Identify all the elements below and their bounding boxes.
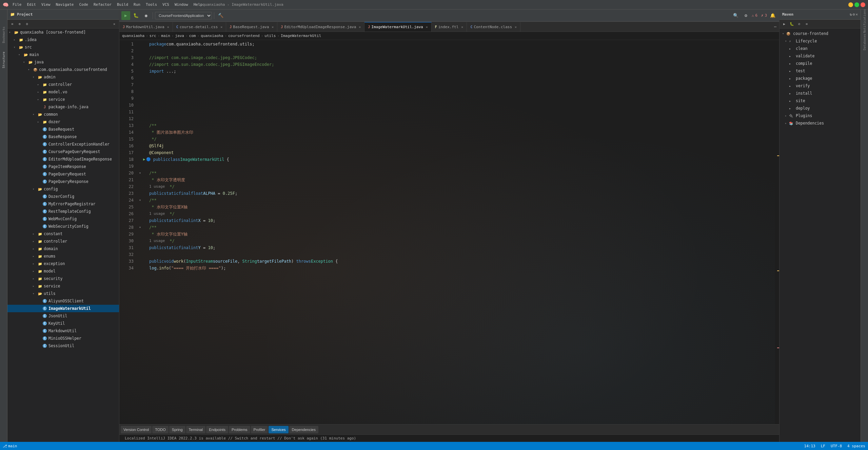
maven-lifecycle-test[interactable]: ▸test	[780, 67, 861, 75]
encoding-indicator[interactable]: UTF-8	[831, 444, 842, 448]
maven-run-btn[interactable]: ▶	[781, 21, 788, 27]
editor-tab-BaseRequest-java[interactable]: JBaseRequest.java✕	[226, 22, 277, 32]
tree-item-service[interactable]: ▸📁service	[7, 96, 119, 103]
breadcrumb-part-0[interactable]: quanxiaoha	[122, 34, 144, 38]
breadcrumb-part-3[interactable]: java	[175, 34, 184, 38]
tree-item-exception[interactable]: ▸📁exception	[7, 260, 119, 267]
tree-item-com-quanxiaoha-coursefrontend[interactable]: ▾📦com.quanxiaoha.coursefrontend	[7, 66, 119, 73]
tree-item-security[interactable]: ▸📁security	[7, 275, 119, 282]
bottom-btn-problems[interactable]: Problems	[229, 426, 250, 433]
maximize-btn[interactable]	[854, 2, 859, 7]
bottom-btn-terminal[interactable]: Terminal	[186, 426, 206, 433]
debug-gutter-icon[interactable]: 🔵	[146, 156, 151, 163]
tree-close-btn[interactable]: ✕	[111, 21, 118, 27]
menu-help[interactable]: Help	[194, 2, 203, 7]
build-btn[interactable]: 🔨	[216, 11, 225, 20]
tree-item--idea[interactable]: ▸📁.idea	[7, 36, 119, 43]
settings-btn[interactable]: ⚙	[742, 11, 750, 20]
breadcrumb-part-1[interactable]: src	[150, 34, 156, 38]
maven-lifecycle-clean[interactable]: ▸clean	[780, 45, 861, 52]
tree-item-model[interactable]: ▸📁model	[7, 267, 119, 275]
maven-refresh-btn[interactable]: ↻	[850, 12, 852, 17]
maven-settings-btn[interactable]: ⚙	[853, 12, 855, 17]
more-tabs-btn[interactable]: ⋯	[771, 22, 779, 32]
tree-item-config[interactable]: ▾📂config	[7, 185, 119, 193]
run-gutter-icon[interactable]: ▶	[143, 156, 145, 163]
menu-refactor[interactable]: Refactor	[94, 2, 112, 7]
menu-file[interactable]: File	[13, 2, 22, 7]
tree-item-myerrorpageregistrar[interactable]: CMyErrorPageRegistrar	[7, 200, 119, 208]
databases-tab[interactable]: Databases	[862, 32, 868, 52]
menu-run[interactable]: Run	[134, 2, 140, 7]
collapse-all-btn[interactable]: ≡	[9, 21, 16, 27]
tab-close-btn[interactable]: ✕	[426, 25, 428, 29]
breadcrumb-part-6[interactable]: coursefrontend	[228, 34, 260, 38]
tree-item-src[interactable]: ▾📂src	[7, 43, 119, 51]
tree-item-markdownutil[interactable]: CMarkdownUtil	[7, 327, 119, 335]
tab-close-btn[interactable]: ✕	[220, 25, 222, 29]
tree-item-java[interactable]: ▾📂java	[7, 58, 119, 66]
tree-item-dozerconfig[interactable]: CDozerConfig	[7, 193, 119, 200]
tree-item-main[interactable]: ▾📂main	[7, 51, 119, 58]
code-editor[interactable]: package com.quanxiaoha.coursefrontend.ut…	[136, 40, 775, 424]
tree-item-editormduploadimageresponse[interactable]: CEditorMdUploadImageResponse	[7, 155, 119, 163]
error-indicator[interactable]: ⚠ 6 ✗ 3	[752, 13, 767, 18]
indent-indicator[interactable]: 4 spaces	[847, 444, 865, 448]
tree-item-model-vo[interactable]: ▸📁model.vo	[7, 88, 119, 96]
bottom-btn-version-control[interactable]: Version Control	[121, 426, 152, 433]
editor-tab-MarkdownUtil-java[interactable]: JMarkdownUtil.java✕	[119, 22, 173, 32]
tree-item-pagequeryresponse[interactable]: CPageQueryResponse	[7, 178, 119, 185]
menu-view[interactable]: View	[41, 2, 51, 7]
tree-item-resttemplateconfig[interactable]: CRestTemplateConfig	[7, 208, 119, 215]
bottom-btn-services[interactable]: Services	[269, 426, 288, 433]
tree-item-baseresponse[interactable]: CBaseResponse	[7, 133, 119, 140]
menu-vcs[interactable]: VCS	[162, 2, 169, 7]
maven-lifecycle-validate[interactable]: ▸validate	[780, 52, 861, 60]
tree-item-package-info-java[interactable]: Jpackage-info.java	[7, 103, 119, 111]
fold-arrow[interactable]: ▾	[139, 197, 143, 204]
search-everywhere-btn[interactable]: 🔍	[731, 11, 740, 20]
run-btn[interactable]: ▶	[121, 11, 130, 20]
tree-item-constant[interactable]: ▸📁constant	[7, 230, 119, 238]
tree-item-jsonutil[interactable]: CJsonUtil	[7, 312, 119, 320]
tree-item-pageitemresponse[interactable]: CPageItemResponse	[7, 163, 119, 170]
maven-lifecycle-deploy[interactable]: ▸deploy	[780, 105, 861, 112]
maven-lifecycle-install[interactable]: ▸install	[780, 90, 861, 97]
tree-item-controllerexceptionhandler[interactable]: CControllerExceptionHandler	[7, 140, 119, 148]
notifications-btn[interactable]: 🔔	[768, 11, 777, 20]
run-config-select[interactable]: CourseFrontendApplication	[155, 12, 212, 19]
maven-debug-btn[interactable]: 🐛	[788, 21, 795, 27]
locate-file-btn[interactable]: ⊕	[16, 21, 23, 27]
tab-close-btn[interactable]: ✕	[359, 25, 361, 29]
menu-edit[interactable]: Edit	[27, 2, 36, 7]
maven-lifecycle-verify[interactable]: ▸verify	[780, 82, 861, 90]
maven-close-btn[interactable]: ✕	[855, 12, 858, 17]
tab-close-btn[interactable]: ✕	[515, 25, 517, 29]
structure-tab[interactable]: Structure	[1, 48, 7, 72]
bottom-btn-endpoints[interactable]: Endpoints	[206, 426, 228, 433]
tree-item-sessionutil[interactable]: CSessionUtil	[7, 342, 119, 350]
tree-item-keyutil[interactable]: CKeyUtil	[7, 320, 119, 327]
menu-code[interactable]: Code	[79, 2, 88, 7]
bottom-btn-spring[interactable]: Spring	[169, 426, 185, 433]
tree-item-common[interactable]: ▾📂common	[7, 111, 119, 118]
tree-item-controller[interactable]: ▸📁controller	[7, 238, 119, 245]
maven-dependencies-group[interactable]: ▸📚Dependencies	[780, 119, 861, 127]
tree-item-domain[interactable]: ▸📁domain	[7, 245, 119, 252]
editor-tab-ContentNode-class[interactable]: CContentNode.class✕	[467, 22, 520, 32]
breadcrumb-part-4[interactable]: com	[189, 34, 196, 38]
tree-item-pagequeryrequest[interactable]: CPageQueryRequest	[7, 170, 119, 178]
tree-item-service[interactable]: ▸📁service	[7, 282, 119, 290]
fold-arrow[interactable]: ▾	[139, 170, 143, 176]
editor-tab-EditorMdUploadImageResponse-java[interactable]: JEditorMdUploadImageResponse.java✕	[277, 22, 364, 32]
maven-collapse-btn[interactable]: ≡	[803, 21, 810, 27]
tree-item-controller[interactable]: ▸📁controller	[7, 81, 119, 88]
project-tree-content[interactable]: ▾📂quanxiaoha [course-frontend]▸📁.idea▾📂s…	[7, 29, 119, 442]
maven-skip-tests-btn[interactable]: ⊘	[796, 21, 803, 27]
maven-lifecycle-site[interactable]: ▸site	[780, 97, 861, 105]
git-branch[interactable]: ⎇ main	[3, 444, 17, 448]
tree-item-utils[interactable]: ▾📂utils	[7, 290, 119, 297]
breadcrumb-part-8[interactable]: ImageWatermarkUtil	[281, 34, 321, 38]
tree-item-websecurityconfig[interactable]: CWebSecurityConfig	[7, 223, 119, 230]
editor-tab-course-detail-css[interactable]: Ccourse-detail.css✕	[173, 22, 226, 32]
